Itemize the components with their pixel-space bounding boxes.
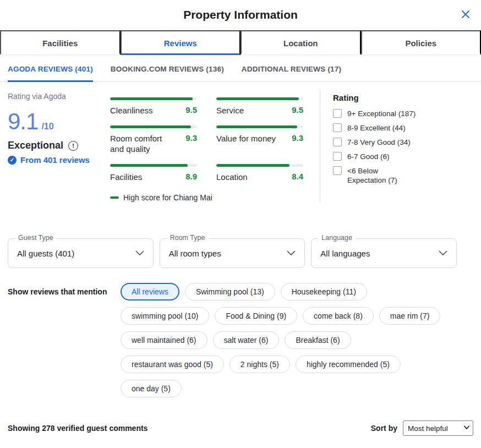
- chevron-down-icon: [287, 250, 296, 256]
- mentions-label: Show reviews that mention: [8, 283, 121, 397]
- dropdown-label: Guest Type: [15, 234, 57, 242]
- rating-option-9plus[interactable]: 9+ Exceptional (187): [333, 109, 481, 118]
- results-row: Showing 278 verified guest comments Sort…: [8, 420, 473, 436]
- review-source-tabs: AGODA REVIEWS (401) BOOKING.COM REVIEWS …: [0, 55, 481, 82]
- chip-highly-recommended[interactable]: highly recommended (5): [296, 356, 401, 373]
- chevron-down-icon: [439, 250, 447, 256]
- modal-header: Property Information: [0, 0, 481, 30]
- bar-fill: [110, 164, 188, 167]
- chip-breakfast[interactable]: Breakfast (6): [285, 331, 351, 349]
- guest-type-dropdown[interactable]: Guest Type All guests (401): [8, 238, 154, 268]
- chip-well-maintained[interactable]: well maintained (6): [121, 331, 207, 349]
- score-bar-location: Location8.4: [216, 164, 303, 182]
- chip-swimming-pool-13[interactable]: Swimming pool (13): [185, 283, 275, 301]
- tab-location[interactable]: Location: [240, 30, 361, 55]
- rating-source-label: Rating via Agoda: [8, 92, 110, 101]
- chip-one-day[interactable]: one day (5): [121, 380, 182, 397]
- info-icon[interactable]: !: [68, 141, 78, 151]
- tab-facilities[interactable]: Facilities: [0, 30, 121, 55]
- rating-filter: Rating 9+ Exceptional (187) 8-9 Excellen…: [320, 91, 481, 202]
- rating-option-6-7[interactable]: 6-7 Good (6): [333, 152, 481, 161]
- chip-mae-rim[interactable]: mae rim (7): [379, 307, 441, 325]
- bar-fill: [110, 125, 191, 128]
- checkbox[interactable]: [333, 152, 342, 161]
- rating-option-7-8[interactable]: 7-8 Very Good (34): [333, 138, 481, 147]
- bar-fill: [216, 164, 289, 167]
- score-bar-service: Service9.5: [216, 97, 303, 116]
- chip-salt-water[interactable]: salt water (6): [213, 331, 280, 349]
- rating-filter-title: Rating: [333, 93, 481, 102]
- legend-dash-icon: [110, 196, 119, 199]
- chevron-down-icon: [135, 250, 144, 256]
- checkbox[interactable]: [333, 166, 342, 175]
- dropdown-value: All guests (401): [17, 249, 74, 258]
- tab-reviews[interactable]: Reviews: [121, 30, 241, 55]
- tab-policies[interactable]: Policies: [361, 30, 481, 55]
- rating-summary: Rating via Agoda 9.1 /10 Exceptional ! ✓…: [8, 91, 110, 202]
- dropdown-value: All languages: [320, 249, 370, 258]
- dropdown-label: Language: [318, 234, 356, 242]
- score-bar-room-comfort: Room comfort and quality9.3: [110, 125, 197, 154]
- chip-swimming-pool-10[interactable]: swimming pool (10): [121, 307, 209, 325]
- chip-restaurant-was-good[interactable]: restaurant was good (5): [121, 356, 224, 373]
- mentions-section: Show reviews that mention All reviews Sw…: [8, 283, 473, 397]
- score-bar-cleanliness: Cleanliness9.5: [110, 97, 197, 116]
- ratings-panel: Rating via Agoda 9.1 /10 Exceptional ! ✓…: [0, 82, 481, 213]
- page-title: Property Information: [183, 8, 298, 21]
- dropdown-value: All room types: [169, 249, 221, 258]
- mention-chips: All reviews Swimming pool (13) Housekeep…: [121, 283, 451, 397]
- rating-option-8-9[interactable]: 8-9 Excellent (44): [333, 123, 481, 133]
- chip-food-dining[interactable]: Food & Dining (9): [215, 307, 297, 325]
- room-type-dropdown[interactable]: Room Type All room types: [160, 238, 305, 268]
- close-button[interactable]: [458, 7, 473, 23]
- filter-row: Guest Type All guests (401) Room Type Al…: [8, 238, 457, 268]
- checkbox[interactable]: [333, 123, 342, 132]
- score-bars: Cleanliness9.5 Service9.5 Room comfort a…: [110, 91, 320, 202]
- results-summary: Showing 278 verified guest comments: [8, 424, 147, 433]
- bar-fill: [110, 97, 193, 100]
- language-dropdown[interactable]: Language All languages: [311, 238, 457, 268]
- subtab-additional-reviews[interactable]: ADDITIONAL REVIEWS (17): [242, 55, 341, 82]
- bar-fill: [216, 97, 299, 100]
- score-scale: /10: [41, 122, 53, 132]
- score-bar-value-for-money: Value for money9.3: [216, 125, 303, 154]
- sort-by-label: Sort by: [371, 424, 397, 433]
- bar-fill: [216, 125, 297, 128]
- overall-score: 9.1: [8, 108, 38, 135]
- subtab-booking-reviews[interactable]: BOOKING.COM REVIEWS (136): [111, 55, 224, 82]
- chip-come-back[interactable]: come back (8): [303, 307, 374, 325]
- close-icon: [461, 10, 470, 20]
- bar-legend: High score for Chiang Mai: [110, 193, 320, 202]
- verified-check-icon: ✓: [8, 156, 17, 165]
- dropdown-label: Room Type: [167, 234, 209, 242]
- sort-select[interactable]: Most helpful: [403, 420, 473, 436]
- subtab-agoda-reviews[interactable]: AGODA REVIEWS (401): [8, 55, 93, 82]
- chip-2-nights[interactable]: 2 nights (5): [229, 356, 290, 373]
- rating-option-below-6[interactable]: <6 Below Expectation (7): [333, 166, 481, 185]
- main-tabs: Facilities Reviews Location Policies: [0, 30, 481, 55]
- reviews-count-link[interactable]: From 401 reviews: [20, 155, 90, 165]
- score-verdict: Exceptional: [8, 140, 63, 151]
- checkbox[interactable]: [333, 109, 342, 118]
- checkbox[interactable]: [333, 138, 342, 146]
- score-bar-facilities: Facilities8.9: [110, 164, 197, 182]
- chip-all-reviews[interactable]: All reviews: [121, 283, 179, 301]
- chip-housekeeping[interactable]: Housekeeping (11): [281, 283, 367, 301]
